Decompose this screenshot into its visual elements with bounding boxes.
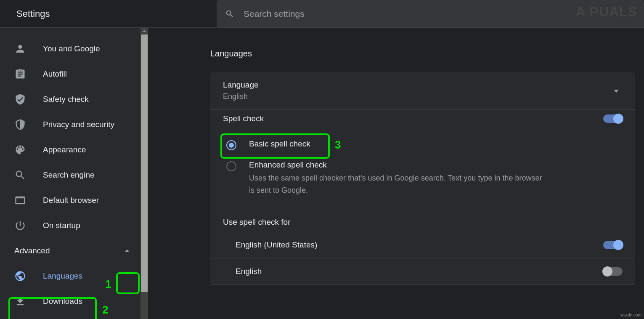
watermark-text: wsxdn.com xyxy=(620,313,641,317)
chevron-up-icon xyxy=(119,242,135,259)
sidebar-section-advanced[interactable]: Advanced xyxy=(0,238,148,263)
globe-icon xyxy=(14,270,26,282)
sidebar-item-search-engine[interactable]: Search engine xyxy=(0,162,148,188)
spell-check-toggle[interactable] xyxy=(603,114,623,123)
spell-lang-toggle-en[interactable] xyxy=(603,267,623,276)
spell-check-label: Spell check xyxy=(223,114,264,123)
spell-lang-row-en: English xyxy=(210,258,635,285)
sidebar-item-label: Privacy and security xyxy=(43,120,114,129)
enhanced-spell-check-label: Enhanced spell check xyxy=(249,160,543,170)
power-icon xyxy=(14,220,26,231)
languages-card: Language English Spell check xyxy=(210,72,635,285)
spell-check-row: Spell check xyxy=(210,110,635,134)
annotation-number-1: 1 xyxy=(105,278,111,291)
use-spell-check-for-label: Use spell check for xyxy=(210,205,635,232)
sidebar-item-label: Appearance xyxy=(43,145,86,154)
shield-icon xyxy=(14,119,26,130)
sidebar-item-label: Search engine xyxy=(43,170,95,180)
radio-enhanced[interactable] xyxy=(226,161,236,171)
sidebar-item-downloads[interactable]: Downloads xyxy=(0,289,148,314)
scrollbar-track[interactable] xyxy=(140,28,148,319)
main-page-heading: Languages xyxy=(210,49,635,58)
main-content: Languages Language English Spell check xyxy=(148,28,644,319)
chevron-down-icon xyxy=(610,85,623,97)
sidebar-item-label: Safety check xyxy=(43,95,89,104)
sidebar-item-default-browser[interactable]: Default browser xyxy=(0,188,148,213)
language-row[interactable]: Language English xyxy=(210,72,635,110)
shield-check-icon xyxy=(14,93,26,105)
search-icon xyxy=(14,169,26,181)
scrollbar-thumb[interactable] xyxy=(141,35,148,292)
download-icon xyxy=(14,295,26,307)
sidebar-item-appearance[interactable]: Appearance xyxy=(0,137,148,162)
page-title: Settings xyxy=(16,8,50,19)
sidebar-item-languages[interactable]: Languages xyxy=(0,263,148,289)
basic-spell-check-label: Basic spell check xyxy=(249,139,310,149)
search-icon xyxy=(225,9,234,19)
language-row-label: Language xyxy=(223,80,259,90)
scroll-up-button[interactable] xyxy=(141,28,148,35)
sidebar-item-label: Downloads xyxy=(43,297,82,306)
palette-icon xyxy=(14,144,26,156)
spell-lang-toggle-en-us[interactable] xyxy=(603,241,623,249)
enhanced-spell-check-row[interactable]: Enhanced spell check Uses the same spell… xyxy=(223,155,623,202)
watermark-logo: A PUALS xyxy=(576,0,641,20)
sidebar-item-label: Default browser xyxy=(43,196,99,205)
annotation-number-3: 3 xyxy=(335,138,341,152)
sidebar-item-safety-check[interactable]: Safety check xyxy=(0,87,148,112)
sidebar-item-you-and-google[interactable]: You and Google xyxy=(0,36,148,61)
radio-basic[interactable] xyxy=(226,140,236,150)
browser-icon xyxy=(14,194,26,206)
sidebar-item-on-startup[interactable]: On startup xyxy=(0,213,148,238)
sidebar-item-privacy-security[interactable]: Privacy and security xyxy=(0,112,148,137)
sidebar-item-label: On startup xyxy=(43,221,80,230)
sidebar: You and Google Autofill Safety check Pri… xyxy=(0,28,148,319)
spell-lang-label: English xyxy=(236,267,262,276)
sidebar-item-label: Languages xyxy=(43,271,82,281)
clipboard-icon xyxy=(14,68,26,80)
sidebar-item-label: Autofill xyxy=(43,69,67,79)
sidebar-item-label: You and Google xyxy=(43,44,100,53)
sidebar-item-autofill[interactable]: Autofill xyxy=(0,61,148,87)
spell-lang-label: English (United States) xyxy=(236,240,317,250)
sidebar-section-label: Advanced xyxy=(14,246,50,255)
app-header: Settings xyxy=(0,0,644,27)
header-left: Settings xyxy=(0,0,217,27)
spell-lang-row-en-us: English (United States) xyxy=(210,232,635,258)
annotation-number-2: 2 xyxy=(102,303,108,316)
enhanced-spell-check-desc: Uses the same spell checker that's used … xyxy=(249,172,543,197)
language-row-value: English xyxy=(223,92,259,101)
basic-spell-check-row[interactable]: Basic spell check 3 xyxy=(223,134,623,155)
person-icon xyxy=(14,43,26,55)
